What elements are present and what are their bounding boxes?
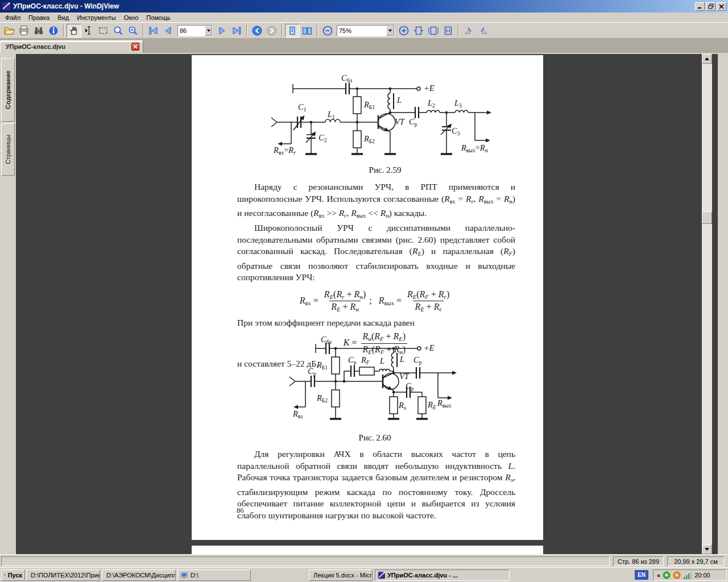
prev-page-button[interactable] — [161, 24, 176, 38]
tray-green-status-icon[interactable] — [663, 571, 671, 579]
info-icon — [48, 25, 59, 36]
back-button[interactable] — [250, 24, 264, 38]
marquee-tool-button[interactable] — [96, 24, 111, 38]
last-page-button[interactable] — [229, 24, 244, 38]
menu-item-file[interactable]: Файл — [1, 13, 24, 22]
menu-item-edit[interactable]: Правка — [24, 13, 53, 22]
rotate-left-button[interactable] — [461, 24, 476, 38]
document-tab-bar: УПриОС-класс.djvu — [0, 39, 728, 54]
document-view[interactable]: Cбл +E RБ1 RБ2 L VT C1 C2 L1 Cр L2 L3 C3… — [16, 54, 718, 554]
taskbar-button-folder-politeh[interactable]: D:\ПОЛИТЕХ\2012\Прие... — [26, 569, 100, 581]
facing-pages-button[interactable] — [300, 24, 315, 38]
tray-collapse-chevron[interactable]: « — [657, 572, 660, 579]
paragraph-3: Для регулировки АЧХ в области высоких ча… — [237, 448, 515, 522]
text-select-tool-button[interactable] — [81, 24, 96, 38]
about-button[interactable] — [46, 24, 61, 38]
label-rb1: RБ1 — [364, 100, 375, 110]
label-r-input: Rвх=Rг — [274, 146, 296, 156]
fit-width-button[interactable] — [411, 24, 426, 38]
taskbar-button-folder-aerokosm[interactable]: D:\АЭРОКОСМ\Дисципл... — [102, 569, 176, 581]
taskbar-button-word-document[interactable]: W Лекция 5.docx - Microso... — [309, 569, 373, 581]
zoom-out-button[interactable] — [320, 24, 335, 38]
fit-width-icon — [413, 25, 424, 36]
forward-button[interactable] — [264, 24, 279, 38]
single-page-layout-button[interactable] — [285, 24, 300, 38]
facing-pages-icon — [301, 25, 313, 36]
scrollbar-track[interactable] — [702, 64, 712, 544]
rotate-right-button[interactable] — [476, 24, 491, 38]
tray-orange-status-icon[interactable] — [673, 571, 681, 579]
zoom-in-button[interactable] — [396, 24, 411, 38]
sidebar-tab-pages-label: Страницы — [5, 135, 11, 164]
start-button-label: Пуск — [8, 572, 22, 579]
zoom-tool-button[interactable] — [111, 24, 126, 38]
circuit-2-59-schematic — [259, 68, 532, 165]
print-button[interactable] — [16, 24, 31, 38]
page-number-input[interactable] — [178, 26, 205, 36]
close-button[interactable] — [717, 2, 726, 11]
label-plus-e: +E — [424, 343, 435, 353]
arrow-down-icon — [705, 548, 709, 551]
menu-item-tools[interactable]: Инструменты — [73, 13, 120, 22]
fit-page-icon — [428, 25, 439, 36]
single-page-layout-icon — [287, 25, 298, 36]
line-gain-intro: При этом коэффициент передачи каскада ра… — [237, 317, 515, 329]
figure-2-60-caption: Рис. 2.60 — [341, 433, 409, 443]
minimize-button[interactable] — [695, 2, 705, 11]
document-tab[interactable]: УПриОС-класс.djvu — [0, 40, 143, 53]
open-button[interactable] — [2, 24, 16, 38]
first-page-button[interactable] — [146, 24, 161, 38]
fit-page-button[interactable] — [426, 24, 441, 38]
label-r-emitter: Rэ — [399, 401, 406, 411]
actual-size-button[interactable] — [441, 24, 456, 38]
pan-tool-button[interactable] — [67, 24, 81, 38]
vertical-scrollbar[interactable] — [702, 54, 712, 554]
sidebar-tab-pages[interactable]: Страницы — [1, 123, 15, 176]
zoom-level-combo — [337, 25, 395, 36]
formula-rin-rout: Rвх = RE(Rг + Rн)RE + Rн; Rвых = RE(RF +… — [237, 289, 515, 314]
paragraph-1: Наряду с резонансными УРЧ, в РПТ применя… — [237, 181, 515, 222]
circuit-2-60-schematic — [287, 334, 464, 431]
figure-2-60: Cбл +E RБ1 RБ2 Cр Cр RF L L Cр VT Cр Rэ … — [287, 334, 464, 431]
restore-button[interactable] — [706, 2, 715, 11]
label-rb2: RБ2 — [317, 393, 328, 404]
language-indicator[interactable]: EN — [635, 570, 648, 580]
toolbar-separator — [317, 24, 318, 37]
toolbar-separator — [458, 24, 459, 37]
zoom-level-input[interactable] — [337, 26, 386, 36]
status-bar: Стр. 86 из 289 20,99 x 29,7 см — [0, 554, 728, 567]
sidebar-tab-contents[interactable]: Содержание — [1, 58, 15, 122]
label-l-feedback: L — [380, 356, 384, 366]
label-vt: VT — [395, 117, 404, 127]
scroll-down-button[interactable] — [702, 544, 712, 554]
taskbar-button-windjview[interactable]: УПриОС-класс.djvu - ... — [375, 569, 510, 581]
page-number-dropdown-button[interactable] — [205, 26, 212, 36]
label-l1: L1 — [328, 110, 335, 120]
toolbar-separator — [63, 24, 64, 37]
window-title: УПриОС-класс.djvu - WinDjView — [13, 2, 694, 10]
magnifier-icon — [113, 25, 124, 36]
figure-2-59: Cбл +E RБ1 RБ2 L VT C1 C2 L1 Cр L2 L3 C3… — [259, 68, 532, 165]
signal-bars-icon[interactable] — [683, 572, 692, 579]
dynamic-zoom-tool-button[interactable] — [126, 24, 140, 38]
sidebar-tab-strip: Содержание Страницы — [0, 54, 16, 554]
start-button[interactable]: Пуск — [1, 569, 25, 581]
page-number: 86 — [237, 506, 244, 515]
next-page-button[interactable] — [214, 24, 229, 38]
hand-icon — [68, 25, 80, 36]
zoom-dropdown-button[interactable] — [386, 26, 394, 36]
tab-close-button[interactable] — [131, 43, 139, 51]
windjview-app-icon — [378, 571, 386, 579]
windjview-window: УПриОС-класс.djvu - WinDjView Файл Правк… — [0, 0, 728, 582]
search-button[interactable] — [31, 24, 46, 38]
scrollbar-thumb[interactable] — [702, 211, 712, 224]
scroll-up-button[interactable] — [702, 54, 712, 64]
menu-item-window[interactable]: Окно — [120, 13, 143, 22]
menu-item-view[interactable]: Вид — [53, 13, 73, 22]
taskbar-button-drive-d[interactable]: D:\ — [177, 569, 251, 581]
menu-item-help[interactable]: Помощь — [142, 13, 175, 22]
tray-clock[interactable]: 20:00 — [694, 572, 710, 579]
label-cr-input: Cр — [308, 367, 316, 377]
label-r-output: Rвых — [437, 398, 452, 409]
taskbar-button-label: D:\ — [191, 572, 198, 579]
